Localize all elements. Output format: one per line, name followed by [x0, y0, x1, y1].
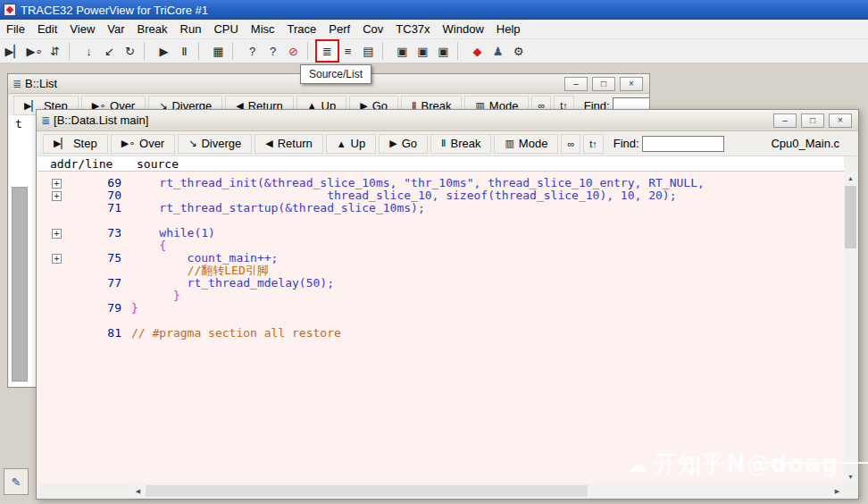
data-list-window-diverge-button[interactable]: ↘Diverge — [178, 134, 252, 154]
code-row[interactable]: //翻转LED引脚 — [38, 265, 844, 277]
code-row[interactable]: 79} — [38, 302, 844, 315]
code-text: rt_thread_startup(&thread_slice_10ms); — [131, 202, 425, 214]
diverge-icon: ↘ — [188, 138, 196, 149]
data-list-titlebar[interactable]: ≣ [B::Data.List main] –□× — [37, 110, 858, 131]
data-list-window-break-button[interactable]: ⅡBreak — [430, 134, 491, 154]
context-help-button[interactable]: ? — [263, 41, 283, 61]
scroll-up-button[interactable]: ▲ — [844, 172, 857, 185]
memory-dump-button[interactable]: ▤ — [358, 41, 379, 61]
menu-view[interactable]: View — [63, 20, 101, 38]
code-row[interactable]: 71 rt_thread_startup(&thread_slice_10ms)… — [38, 202, 844, 214]
mixed-list-button[interactable]: ≡ — [338, 41, 358, 61]
data-list-window-top-button[interactable]: t↑ — [583, 134, 604, 154]
tools-button[interactable]: ⚙ — [508, 41, 529, 61]
code-row[interactable]: +69 rt_thread_init(&thread_slice_10ms, "… — [38, 177, 844, 189]
data-list-window-step-button[interactable]: ▶▏Step — [43, 134, 108, 154]
menu-bar: FileEditViewVarBreakRunCPUMiscTracePerfC… — [0, 20, 868, 39]
list-window-maximize-button[interactable]: □ — [592, 77, 615, 91]
data-list-window-return-button[interactable]: ◀Return — [255, 134, 323, 154]
code-row[interactable] — [38, 214, 844, 227]
main-toolbar: ▶▏▶∘⇵↓↙↻▶Ⅱ▦??⊘≣≡▤▣▣▣◆♟⚙ — [0, 39, 868, 63]
scroll-right-button[interactable]: ▶ — [830, 484, 844, 498]
toolbar-separator — [144, 42, 151, 60]
data-list-window-maximize-button[interactable]: □ — [801, 113, 824, 128]
menu-cov[interactable]: Cov — [356, 20, 389, 38]
scrollbar-corner — [844, 484, 857, 498]
step-over-button[interactable]: ▶∘ — [24, 41, 45, 61]
code-row[interactable]: } — [38, 290, 844, 302]
help-button[interactable]: ? — [242, 41, 263, 61]
registers-button[interactable]: ▦ — [208, 41, 229, 61]
code-text: rt_thread_mdelay(50); — [131, 277, 334, 290]
toolbar-separator — [232, 42, 239, 60]
data-list-window-over-button[interactable]: ▶∘Over — [111, 134, 176, 154]
step-icon: ▶▏ — [54, 138, 69, 149]
toolbar-separator — [457, 42, 464, 60]
expander-plus-icon[interactable]: + — [52, 179, 62, 189]
step-into-button[interactable]: ▶▏ — [4, 41, 24, 61]
expander-plus-icon[interactable]: + — [52, 229, 62, 239]
menu-edit[interactable]: Edit — [31, 20, 63, 38]
line-number: 81 — [64, 327, 121, 340]
peripheral-button-1[interactable]: ▣ — [392, 41, 413, 61]
code-text: count_main++; — [131, 252, 278, 265]
data-list-window-go-button[interactable]: ▶Go — [379, 134, 428, 154]
menu-cpu[interactable]: CPU — [207, 20, 244, 38]
go-up-button[interactable]: ↻ — [120, 41, 140, 61]
menu-run[interactable]: Run — [174, 20, 208, 38]
go-down-button[interactable]: ↓ — [79, 41, 99, 61]
peripheral-button-2[interactable]: ▣ — [413, 41, 433, 61]
code-segment: thread_slice_10, sizeof(thread_slice_10)… — [131, 189, 676, 202]
source-list-button[interactable]: ≣ — [317, 41, 338, 61]
go-return-button[interactable]: ↙ — [99, 41, 120, 61]
menu-var[interactable]: Var — [101, 20, 130, 38]
list-window-close-button[interactable]: × — [620, 77, 643, 91]
data-list-window-find-input[interactable] — [642, 136, 724, 152]
menu-trace[interactable]: Trace — [281, 20, 323, 38]
peripheral-button-3[interactable]: ▣ — [433, 41, 454, 61]
menu-misc[interactable]: Misc — [245, 20, 281, 38]
horizontal-scroll-thumb[interactable] — [146, 485, 588, 497]
menu-file[interactable]: File — [0, 20, 31, 38]
data-list-window-minimize-button[interactable]: – — [773, 113, 797, 128]
expander-plus-icon[interactable]: + — [52, 254, 62, 264]
menu-break[interactable]: Break — [131, 20, 174, 38]
data-list-window-mode-button[interactable]: ▥Mode — [494, 134, 558, 154]
menu-tc37x[interactable]: TC37x — [389, 20, 436, 38]
scroll-left-button[interactable]: ◀ — [131, 484, 145, 498]
line-number: 69 — [64, 177, 121, 189]
break-button[interactable]: Ⅱ — [174, 41, 195, 61]
code-row[interactable] — [38, 315, 844, 327]
code-row[interactable]: 81// #pragma section all restore — [38, 327, 844, 340]
list-window-scroll-strip[interactable] — [12, 187, 28, 382]
code-row[interactable]: +75 count_main++; — [38, 252, 844, 265]
expander-plus-icon[interactable]: + — [52, 191, 62, 201]
stop-button[interactable]: ⊘ — [283, 41, 304, 61]
scrollbar-filler — [38, 484, 131, 498]
target-reset-button[interactable]: ◆ — [467, 41, 488, 61]
code-row[interactable]: +70 thread_slice_10, sizeof(thread_slice… — [38, 189, 844, 202]
data-list-window-up-button[interactable]: ▲Up — [326, 134, 377, 154]
code-row[interactable]: { — [38, 239, 844, 252]
code-segment: rt_thread_startup(&thread_slice_10ms); — [131, 201, 425, 214]
vertical-scroll-thumb[interactable] — [845, 186, 856, 248]
list-window-minimize-button[interactable]: – — [564, 77, 588, 91]
menu-perf[interactable]: Perf — [322, 20, 356, 38]
code-text: //翻转LED引脚 — [131, 265, 269, 277]
scroll-down-button[interactable]: ▼ — [844, 470, 857, 483]
data-list-window-close-button[interactable]: × — [829, 113, 852, 128]
data-list-window-browse-button[interactable]: ∞ — [561, 134, 580, 154]
vertical-scrollbar[interactable]: ▲ ▼ — [844, 172, 857, 483]
data-list-window-go-button-label: Go — [402, 137, 417, 150]
menu-window[interactable]: Window — [437, 20, 490, 38]
minimized-window-icon[interactable]: ✎ — [4, 468, 29, 495]
user-button[interactable]: ♟ — [488, 41, 508, 61]
code-row[interactable]: 77 rt_thread_mdelay(50); — [38, 277, 844, 290]
step-diverge-button[interactable]: ⇵ — [45, 41, 65, 61]
code-text: thread_slice_10, sizeof(thread_slice_10)… — [131, 189, 676, 202]
code-row[interactable]: +73 while(1) — [38, 227, 844, 239]
go-button[interactable]: ▶ — [154, 41, 174, 61]
horizontal-scrollbar[interactable]: ◀ ▶ — [131, 484, 844, 498]
menu-help[interactable]: Help — [490, 20, 527, 38]
data-list-window-icon: ≣ — [41, 114, 50, 127]
